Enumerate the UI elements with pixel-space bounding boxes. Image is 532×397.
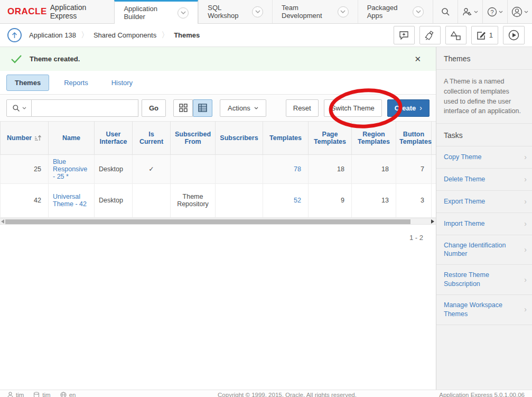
feedback-button[interactable] (394, 26, 415, 44)
scroll-right-arrow-icon[interactable] (431, 219, 434, 224)
main-nav-tabs: Application Builder SQL Workshop Team De… (114, 0, 433, 23)
up-level-icon[interactable] (7, 28, 22, 42)
success-check-icon (11, 54, 22, 63)
chevron-down-icon[interactable] (252, 6, 263, 17)
chevron-down-icon (22, 107, 26, 109)
edit-page-button[interactable]: 1 (471, 26, 498, 44)
tab-history[interactable]: History (103, 75, 141, 91)
create-button[interactable]: Create › (387, 99, 430, 117)
task-import-theme[interactable]: Import Theme› (436, 213, 532, 235)
tab-team-development[interactable]: Team Development (272, 0, 358, 23)
theme-link[interactable]: Blue Responsive - 25 * (53, 158, 87, 180)
help-icon[interactable]: ? (482, 0, 507, 23)
cell-name: Universal Theme - 42 (49, 183, 95, 217)
content-region: Theme created. ✕ Themes Reports History … (0, 47, 436, 390)
task-manage-workspace-themes[interactable]: Manage Workspace Themes› (436, 295, 532, 325)
top-navigation-bar: ORACLE Application Express Application B… (0, 0, 532, 24)
task-label: Export Theme (444, 197, 485, 206)
tab-label: Application Builder (124, 5, 173, 21)
go-button[interactable]: Go (142, 99, 166, 117)
chevron-right-icon: › (524, 174, 527, 184)
column-header-subscribed-from[interactable]: Subscribed From (171, 122, 216, 154)
tab-application-builder[interactable]: Application Builder (114, 0, 198, 24)
cell-number: 25 (1, 154, 49, 183)
column-header-user-interface[interactable]: User Interface (95, 122, 133, 154)
close-icon[interactable]: ✕ (410, 52, 425, 66)
column-header-page-templates[interactable]: Page Templates (309, 122, 352, 154)
scroll-left-arrow-icon[interactable] (1, 219, 4, 224)
edit-page-number: 1 (489, 31, 493, 39)
cell-user-interface: Desktop (95, 154, 133, 183)
task-label: Change Identification Number (444, 241, 521, 259)
tab-themes[interactable]: Themes (6, 75, 49, 91)
column-header-name[interactable]: Name (49, 122, 95, 154)
search-input[interactable] (32, 99, 138, 117)
chevron-right-icon: › (419, 104, 422, 112)
footer-user-label: tim (16, 392, 24, 397)
scrollbar-thumb[interactable] (5, 219, 410, 224)
account-icon[interactable] (507, 0, 532, 23)
search-column-selector[interactable] (6, 99, 32, 117)
search-icon (12, 104, 20, 112)
chevron-right-icon: › (524, 275, 527, 285)
sort-ascending-icon (34, 135, 41, 141)
main-region: Theme created. ✕ Themes Reports History … (0, 47, 532, 390)
task-label: Copy Theme (444, 153, 481, 162)
view-toggle-group (173, 99, 212, 117)
search-icon[interactable] (433, 0, 458, 23)
breadcrumb-shared-components[interactable]: Shared Components (91, 31, 158, 39)
oracle-wordmark: ORACLE (7, 6, 47, 17)
breadcrumb-separator: 〉 (78, 30, 91, 40)
cell-number: 42 (1, 183, 49, 217)
cell-region-templates: 13 (352, 183, 396, 217)
column-header-is-current[interactable]: Is Current (133, 122, 171, 154)
task-change-identification-number[interactable]: Change Identification Number› (436, 235, 532, 265)
templates-count-link[interactable]: 78 (294, 165, 301, 173)
breadcrumb-separator: 〉 (158, 30, 172, 40)
administration-icon[interactable] (458, 0, 482, 23)
icon-view-button[interactable] (173, 99, 193, 117)
task-copy-theme[interactable]: Copy Theme› (436, 146, 532, 169)
grid-view-icon (179, 104, 188, 112)
task-export-theme[interactable]: Export Theme› (436, 191, 532, 213)
column-header-number[interactable]: Number (1, 122, 49, 154)
task-delete-theme[interactable]: Delete Theme› (436, 169, 532, 191)
theme-link[interactable]: Universal Theme - 42 (53, 193, 87, 208)
horizontal-scrollbar[interactable] (0, 218, 436, 225)
templates-count-link[interactable]: 52 (294, 197, 301, 204)
chevron-right-icon: › (524, 304, 527, 315)
breadcrumb-current-themes: Themes (172, 31, 202, 39)
chevron-down-icon[interactable] (413, 6, 424, 17)
nav-utility-icons: ? (433, 0, 532, 23)
tab-packaged-apps[interactable]: Packaged Apps (358, 0, 433, 23)
tab-sql-workshop[interactable]: SQL Workshop (198, 0, 272, 23)
run-application-button[interactable] (503, 26, 525, 44)
breadcrumb-application[interactable]: Application 138 (27, 31, 78, 39)
interactive-report-toolbar: Go Actions Reset Switch Theme Create › (0, 95, 436, 122)
cell-is-current (133, 183, 171, 217)
chevron-down-icon[interactable] (338, 6, 349, 17)
actions-menu-button[interactable]: Actions (220, 99, 266, 117)
cell-clipped (432, 154, 436, 183)
chevron-down-icon[interactable] (178, 7, 189, 19)
sidebar-about-text: A Theme is a named collection of templat… (436, 70, 532, 124)
cell-templates: 78 (263, 154, 309, 183)
success-message-text: Theme created. (30, 55, 80, 63)
chevron-right-icon: › (524, 152, 527, 162)
shared-components-button[interactable] (445, 26, 466, 44)
user-icon (7, 392, 13, 397)
task-restore-theme-subscription[interactable]: Restore Theme Subscription› (436, 265, 532, 295)
column-header-region-templates[interactable]: Region Templates (352, 122, 396, 154)
footer-user: tim (7, 392, 24, 397)
report-view-button[interactable] (193, 99, 212, 117)
cell-page-templates: 18 (309, 154, 352, 183)
spotlight-search-button[interactable] (419, 26, 441, 44)
column-header-subscribers[interactable]: Subscribers (216, 122, 263, 154)
tab-reports[interactable]: Reports (55, 75, 97, 91)
column-header-clipped (432, 122, 436, 154)
column-header-templates[interactable]: Templates (263, 122, 309, 154)
reset-button[interactable]: Reset (286, 99, 319, 117)
column-header-button-templates[interactable]: Button Templates (396, 122, 432, 154)
chevron-down-icon (254, 107, 258, 109)
switch-theme-button[interactable]: Switch Theme (324, 99, 382, 117)
